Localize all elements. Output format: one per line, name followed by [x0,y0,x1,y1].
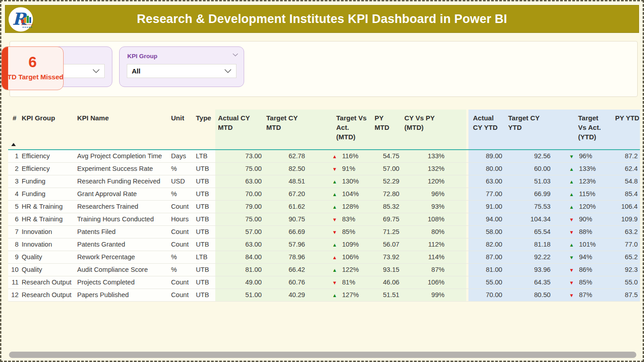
table-row[interactable]: 12Research OutputPapers PublishedCountUT… [8,289,640,302]
page-title: Research & Development Institutes KPI Da… [5,12,639,26]
cell-target-cy-mtd: 90.75 [264,213,307,225]
sort-ascending-icon[interactable] [11,143,16,146]
table-row[interactable]: 3FundingResearch Funding ReceivedUSDUTB6… [8,175,640,188]
column-header-py-ytd[interactable]: PY YTD [609,110,640,149]
cell-actual-cy-ytd: 87.00 [466,251,502,263]
cell-actual-cy-ytd: 77.00 [466,188,502,200]
column-header-target-cy-ytd[interactable]: Target CY YTD [502,110,551,149]
trend-down-icon: ▼ [332,214,338,225]
cell-index: 5 [8,201,21,213]
cell-py-ytd: 77.0 [609,238,640,251]
cell-target-cy-ytd: 66.99 [502,188,551,200]
column-header-target-vs-act-ytd[interactable]: Target Vs Act. (YTD) [551,110,609,149]
cell-type: UTB [195,238,215,251]
cell-target-vs-act-mtd: ▲130% [307,175,371,188]
cell-actual-cy-ytd: 80.00 [466,163,502,175]
cell-cy-vs-py-mtd: 93% [402,201,466,213]
cell-kpi-name: Avg Project Completion Time [77,150,171,162]
column-header-kpi-name[interactable]: KPI Name [77,110,171,149]
cell-kpi-name: Projects Completed [77,276,171,289]
variance-value: 116% [342,152,358,160]
cell-actual-cy-mtd: 81.00 [215,264,264,276]
trend-up-icon: ▲ [332,289,338,301]
variance-value: 87% [579,291,592,298]
cell-unit: USD [171,175,195,188]
cell-py-ytd: 62.4 [609,163,640,175]
cell-type: UTB [195,175,215,188]
cell-target-vs-act-ytd: ▼90% [551,213,609,225]
cell-target-vs-act-mtd: ▲127% [307,289,371,301]
cell-py-mtd: 85.32 [371,201,402,213]
column-header-actual-cy-ytd[interactable]: Actual CY YTD [466,110,502,149]
column-header-kpi-group[interactable]: KPI Group [21,110,77,149]
cell-kpi-group: Innovation [21,226,77,238]
cell-target-cy-mtd: 57.96 [264,238,307,251]
table-row[interactable]: 2EfficiencyExperiment Success Rate%UTB75… [8,163,640,175]
variance-value: 85% [342,228,355,235]
column-header-py-mtd[interactable]: PY MTD [371,110,402,149]
column-header-unit[interactable]: Unit [171,110,195,149]
table-row[interactable]: 4FundingGrant Approval Rate%UTB70.0067.2… [8,188,640,201]
trend-up-icon: ▲ [569,239,575,251]
table-row[interactable]: 1EfficiencyAvg Project Completion TimeDa… [8,150,640,163]
column-header-target-cy-mtd[interactable]: Target CY MTD [264,110,307,149]
cell-actual-cy-ytd: 89.00 [466,150,502,162]
cell-kpi-name: Researchers Trained [77,201,171,213]
variance-value: 130% [342,178,359,185]
cell-unit: % [171,264,195,276]
cell-index: 10 [8,264,21,276]
variance-value: 91% [342,165,355,172]
cell-actual-cy-mtd: 63.00 [215,175,264,188]
table-row[interactable]: 10QualityAudit Compliance Score%UTB81.00… [8,264,640,276]
table-row[interactable]: 7InnovationPatents FiledCountUTB57.0066.… [8,226,640,238]
table-row[interactable]: 9QualityRework Percentage%LTB84.0078.96▲… [8,251,640,264]
cell-actual-cy-mtd: 63.00 [215,238,264,251]
cell-cy-vs-py-mtd: 106% [402,276,466,289]
kpi-group-slicer-label: KPI Group [127,53,158,60]
cell-kpi-name: Papers Published [77,289,171,301]
cell-target-vs-act-ytd: ▲133% [551,163,609,175]
cell-kpi-group: Funding [21,188,77,200]
cell-target-cy-ytd: 75.53 [502,201,551,213]
horizontal-scrollbar[interactable] [9,352,636,358]
cell-cy-vs-py-mtd: 108% [402,213,466,225]
table-row[interactable]: 5HR & TrainingResearchers TrainedCountUT… [8,201,640,213]
cell-py-ytd: 85.4 [609,188,640,200]
cell-index: 12 [8,289,21,301]
mtd-target-missed-card: 6 MTD Target Missed [1,46,64,90]
trend-up-icon: ▲ [332,264,338,276]
cell-kpi-name: Patents Granted [77,238,171,251]
cell-target-cy-mtd: 40.29 [264,289,307,301]
cell-cy-vs-py-mtd: 80% [402,226,466,238]
slicer-expand-chevron-icon[interactable] [232,53,238,57]
column-header-cy-vs-py-mtd[interactable]: CY Vs PY (MTD) [402,110,466,149]
cell-type: LTB [195,251,215,263]
cell-kpi-group: Innovation [21,238,77,251]
table-row[interactable]: 6HR & TrainingTraining Hours ConductedHo… [8,213,640,226]
cell-cy-vs-py-mtd: 120% [402,175,466,188]
cell-type: UTB [195,276,215,289]
cell-actual-cy-ytd: 70.00 [466,289,502,301]
cell-py-mtd: 69.75 [371,213,402,225]
chevron-down-icon[interactable] [93,69,100,73]
cell-target-vs-act-ytd: ▼87% [551,289,609,301]
column-header-type[interactable]: Type [195,110,215,149]
cell-kpi-name: Research Funding Received [77,175,171,188]
column-header-target-vs-act-mtd[interactable]: Target Vs Act. (MTD) [307,110,371,149]
table-row[interactable]: 11Research OutputProjects CompletedCount… [8,276,640,289]
variance-value: 127% [342,291,359,298]
variance-value: 120% [579,203,596,210]
column-header-actual-cy-mtd[interactable]: Actual CY MTD [215,110,264,149]
cell-py-mtd: 72.80 [371,188,402,200]
kpi-group-dropdown[interactable]: All [127,64,236,78]
cell-type: UTB [195,213,215,225]
table-row[interactable]: 8InnovationPatents GrantedCountUTB63.005… [8,238,640,251]
cell-target-cy-ytd: 65.54 [502,226,551,238]
cell-py-ytd: 109.9 [609,213,640,225]
cell-target-vs-act-mtd: ▼91% [307,163,371,175]
cell-index: 3 [8,175,21,188]
cell-unit: Count [171,289,195,301]
chevron-down-icon[interactable] [224,69,232,73]
cell-actual-cy-mtd: 79.00 [215,201,264,213]
cell-target-cy-ytd: 92.22 [502,251,551,263]
